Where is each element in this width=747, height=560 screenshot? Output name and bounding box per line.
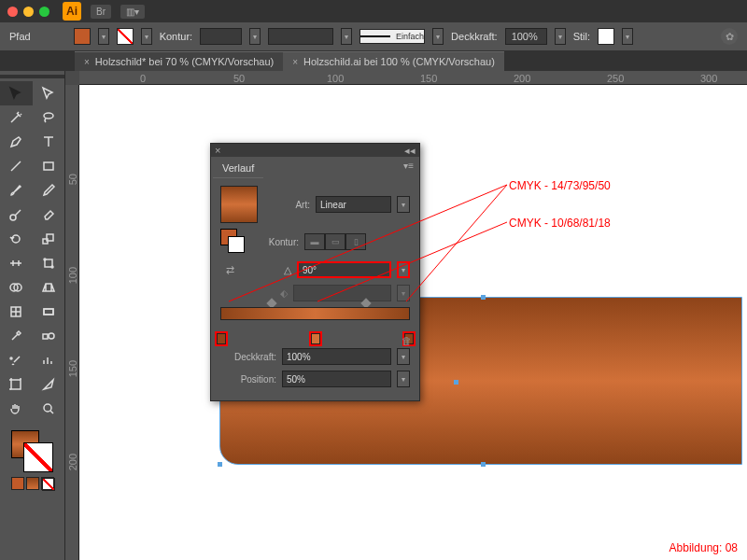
window-minimize[interactable] <box>23 7 34 17</box>
context-label: Pfad <box>9 31 31 42</box>
annotation-cmyk-2: CMYK - 10/68/81/18 <box>509 217 611 230</box>
style-swatch[interactable] <box>598 28 614 45</box>
gradient-type-field[interactable]: Linear <box>316 196 391 213</box>
document-tab-1[interactable]: ×Holzschild* bei 70 % (CMYK/Vorschau) <box>75 51 283 71</box>
opacity-dropdown[interactable]: ▾ <box>555 28 566 45</box>
zoom-tool[interactable] <box>33 397 65 421</box>
bridge-button[interactable]: Br <box>91 5 111 19</box>
column-graph-tool[interactable] <box>33 348 65 372</box>
slice-tool[interactable] <box>33 372 65 397</box>
window-zoom[interactable] <box>39 7 49 17</box>
svg-rect-12 <box>43 334 48 339</box>
annotation-cmyk-1: CMYK - 14/73/95/50 <box>509 179 611 192</box>
window-close[interactable] <box>7 7 18 17</box>
magic-wand-tool[interactable] <box>0 105 33 130</box>
svg-point-7 <box>51 266 53 268</box>
vertical-ruler: 50100150200 <box>65 85 79 560</box>
paintbrush-tool[interactable] <box>0 178 33 203</box>
opacity-label: Deckkraft: <box>451 31 498 42</box>
position-label: Position: <box>220 374 276 385</box>
scale-tool[interactable] <box>33 227 65 251</box>
style-label: Stil: <box>573 31 590 42</box>
symbol-sprayer-tool[interactable] <box>0 348 33 372</box>
aspect-field <box>293 285 391 301</box>
panel-menu-icon[interactable]: ▾≡ <box>398 157 419 175</box>
gradient-slider[interactable]: 🗑 <box>220 307 410 335</box>
stop-opacity-field[interactable]: 100% <box>282 348 391 365</box>
style-dropdown[interactable]: ▾ <box>622 28 633 45</box>
svg-point-14 <box>10 357 12 359</box>
angle-field[interactable]: 90° <box>297 261 391 278</box>
angle-dropdown[interactable]: ▾ <box>397 261 410 278</box>
none-mode-btn[interactable] <box>41 477 54 490</box>
artboard-tool[interactable] <box>0 372 33 397</box>
layout-button[interactable]: ▥▾ <box>120 5 145 19</box>
svg-rect-11 <box>44 309 53 315</box>
hand-tool[interactable] <box>0 397 33 421</box>
gradient-mode-btn[interactable] <box>26 477 39 490</box>
close-tab-icon[interactable]: × <box>292 57 298 67</box>
blob-brush-tool[interactable] <box>0 203 33 227</box>
horizontal-ruler: 050100150200250300 <box>79 71 747 85</box>
stroke-profile-dropdown[interactable]: ▾ <box>341 28 352 45</box>
tools-panel <box>0 71 65 560</box>
gradient-preview[interactable] <box>220 186 258 223</box>
figure-caption: Abbildung: 08 <box>669 541 738 554</box>
direct-selection-tool[interactable] <box>33 81 65 105</box>
brush-dropdown[interactable]: ▾ <box>432 28 444 45</box>
pen-tool[interactable] <box>0 130 33 154</box>
stroke-profile-field[interactable] <box>268 28 333 45</box>
panel-fill-stroke[interactable] <box>220 229 247 255</box>
gradient-panel[interactable]: ×◂◂ Verlauf▾≡ Art: Linear ▾ Kontur: ▬▭▯ … <box>210 143 420 401</box>
stroke-dropdown[interactable]: ▾ <box>141 28 152 45</box>
rotate-tool[interactable] <box>0 227 33 251</box>
fill-dropdown[interactable]: ▾ <box>98 28 109 45</box>
selection-tool[interactable] <box>0 81 33 105</box>
eraser-tool[interactable] <box>33 203 65 227</box>
stop-position-field[interactable]: 50% <box>282 371 391 387</box>
close-tab-icon[interactable]: × <box>84 57 90 67</box>
svg-rect-15 <box>11 380 21 389</box>
stroke-swatch[interactable] <box>117 28 134 45</box>
line-tool[interactable] <box>0 154 33 178</box>
svg-rect-1 <box>44 162 53 170</box>
opacity-label: Deckkraft: <box>220 352 276 362</box>
free-transform-tool[interactable] <box>33 251 65 275</box>
stroke-color-swatch[interactable] <box>24 443 52 471</box>
app-logo: Ai <box>63 2 81 21</box>
color-mode-btn[interactable] <box>11 477 24 490</box>
type-label: Art: <box>263 200 310 210</box>
gradient-tool[interactable] <box>33 300 65 324</box>
delete-stop-icon[interactable]: 🗑 <box>402 335 412 346</box>
opacity-field[interactable]: 100% <box>505 28 547 45</box>
pencil-tool[interactable] <box>33 178 65 203</box>
shape-builder-tool[interactable] <box>0 275 33 300</box>
gradient-type-dropdown[interactable]: ▾ <box>397 196 410 213</box>
type-tool[interactable] <box>33 130 65 154</box>
panel-tab-verlauf[interactable]: Verlauf <box>213 159 263 178</box>
mesh-tool[interactable] <box>0 300 33 324</box>
rectangle-tool[interactable] <box>33 154 65 178</box>
reverse-gradient-icon[interactable]: ⇄ <box>220 260 239 279</box>
width-tool[interactable] <box>0 251 33 275</box>
aspect-dropdown: ▾ <box>397 285 410 301</box>
stroke-gradient-mode[interactable]: ▬▭▯ <box>304 233 366 250</box>
gradient-stop-1[interactable] <box>217 333 226 344</box>
stop-opacity-dropdown[interactable]: ▾ <box>397 348 410 365</box>
eyedropper-tool[interactable] <box>0 324 33 348</box>
stroke-weight-dropdown[interactable]: ▾ <box>249 28 261 45</box>
document-tab-2[interactable]: ×Holzschild.ai bei 100 % (CMYK/Vorschau) <box>283 51 504 71</box>
brush-sample[interactable]: Einfach <box>359 29 425 44</box>
fill-swatch[interactable] <box>74 28 91 45</box>
stop-position-dropdown[interactable]: ▾ <box>397 371 410 387</box>
svg-point-6 <box>44 259 46 260</box>
close-panel-icon[interactable]: × <box>215 145 220 156</box>
stroke-weight-field[interactable] <box>200 28 242 45</box>
blend-tool[interactable] <box>33 324 65 348</box>
svg-point-16 <box>44 404 51 412</box>
perspective-grid-tool[interactable] <box>33 275 65 300</box>
gradient-stop-2[interactable] <box>311 333 320 344</box>
kontur-label: Kontur: <box>160 31 192 42</box>
gear-icon[interactable]: ✿ <box>721 28 738 45</box>
lasso-tool[interactable] <box>33 105 65 130</box>
